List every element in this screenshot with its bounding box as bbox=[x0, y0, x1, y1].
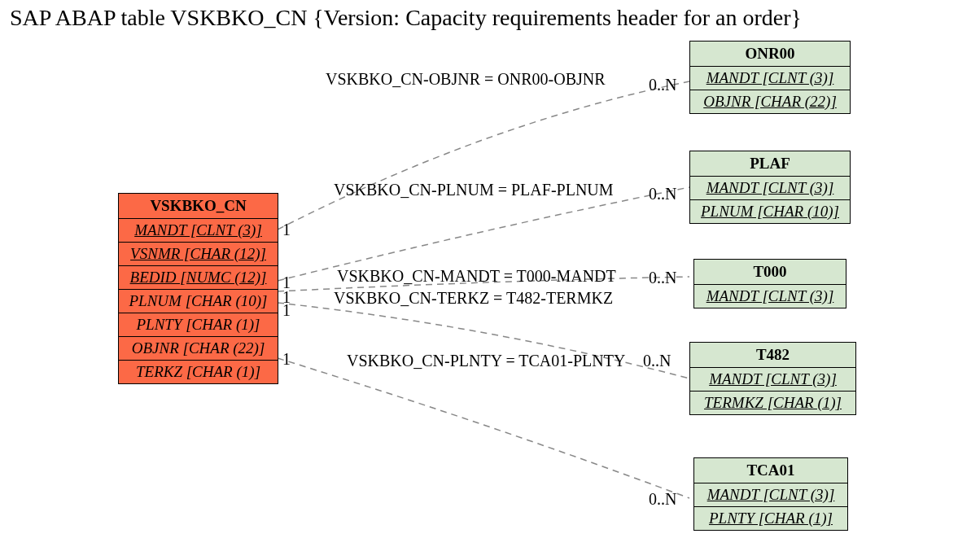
cardinality-left: 1 bbox=[282, 221, 291, 239]
field-label: MANDT [CLNT (3)] bbox=[706, 69, 834, 86]
field-row: MANDT [CLNT (3)] bbox=[690, 368, 855, 392]
entity-header: TCA01 bbox=[694, 458, 847, 483]
field-label: BEDID [NUMC (12)] bbox=[130, 269, 267, 286]
entity-onr00: ONR00 MANDT [CLNT (3)] OBJNR [CHAR (22)] bbox=[689, 41, 851, 114]
field-label: PLNTY [CHAR (1)] bbox=[709, 510, 833, 527]
field-label: PLNTY [CHAR (1)] bbox=[136, 316, 260, 333]
cardinality-left: 1 bbox=[282, 350, 291, 369]
diagram-title: SAP ABAP table VSKBKO_CN {Version: Capac… bbox=[0, 5, 958, 31]
field-row: BEDID [NUMC (12)] bbox=[119, 266, 278, 290]
field-row: MANDT [CLNT (3)] bbox=[690, 67, 850, 90]
field-row: PLNUM [CHAR (10)] bbox=[690, 200, 850, 223]
field-label: TERKZ [CHAR (1)] bbox=[136, 363, 260, 380]
cardinality-left: 1 bbox=[282, 301, 291, 320]
entity-header: PLAF bbox=[690, 151, 850, 177]
entity-header: VSKBKO_CN bbox=[119, 194, 278, 219]
link-label: VSKBKO_CN-OBJNR = ONR00-OBJNR bbox=[326, 70, 606, 89]
cardinality-right: 0..N bbox=[643, 352, 671, 370]
cardinality-right: 0..N bbox=[649, 76, 676, 94]
field-label: MANDT [CLNT (3)] bbox=[709, 370, 837, 387]
entity-plaf: PLAF MANDT [CLNT (3)] PLNUM [CHAR (10)] bbox=[689, 151, 851, 224]
field-row: TERKZ [CHAR (1)] bbox=[119, 361, 278, 383]
field-row: MANDT [CLNT (3)] bbox=[694, 285, 846, 308]
cardinality-right: 0..N bbox=[649, 269, 676, 287]
field-label: MANDT [CLNT (3)] bbox=[134, 221, 262, 238]
link-label: VSKBKO_CN-PLNUM = PLAF-PLNUM bbox=[334, 181, 614, 199]
field-label: TERMKZ [CHAR (1)] bbox=[704, 394, 842, 411]
cardinality-right: 0..N bbox=[649, 185, 676, 203]
entity-vskbko-cn: VSKBKO_CN MANDT [CLNT (3)] VSNMR [CHAR (… bbox=[118, 193, 278, 384]
field-row: PLNUM [CHAR (10)] bbox=[119, 290, 278, 313]
field-row: PLNTY [CHAR (1)] bbox=[694, 507, 847, 530]
entity-t482: T482 MANDT [CLNT (3)] TERMKZ [CHAR (1)] bbox=[689, 342, 856, 415]
field-label: OBJNR [CHAR (22)] bbox=[132, 339, 265, 357]
field-row: VSNMR [CHAR (12)] bbox=[119, 243, 278, 266]
field-row: MANDT [CLNT (3)] bbox=[694, 483, 847, 507]
entity-header: T000 bbox=[694, 260, 846, 285]
field-row: OBJNR [CHAR (22)] bbox=[690, 90, 850, 113]
field-row: OBJNR [CHAR (22)] bbox=[119, 337, 278, 361]
field-row: TERMKZ [CHAR (1)] bbox=[690, 392, 855, 414]
field-row: MANDT [CLNT (3)] bbox=[690, 177, 850, 200]
field-label: PLNUM [CHAR (10)] bbox=[129, 292, 268, 309]
field-label: MANDT [CLNT (3)] bbox=[706, 179, 834, 196]
field-label: MANDT [CLNT (3)] bbox=[706, 287, 834, 304]
entity-tca01: TCA01 MANDT [CLNT (3)] PLNTY [CHAR (1)] bbox=[693, 457, 848, 531]
entity-t000: T000 MANDT [CLNT (3)] bbox=[693, 259, 846, 308]
field-label: VSNMR [CHAR (12)] bbox=[130, 245, 266, 262]
entity-header: T482 bbox=[690, 343, 855, 368]
link-label: VSKBKO_CN-PLNTY = TCA01-PLNTY bbox=[347, 352, 625, 370]
field-label: OBJNR [CHAR (22)] bbox=[703, 93, 837, 110]
cardinality-right: 0..N bbox=[649, 490, 676, 509]
entity-header: ONR00 bbox=[690, 42, 850, 67]
field-label: PLNUM [CHAR (10)] bbox=[701, 203, 839, 220]
link-label: VSKBKO_CN-MANDT = T000-MANDT bbox=[337, 267, 616, 286]
field-row: MANDT [CLNT (3)] bbox=[119, 219, 278, 243]
link-label: VSKBKO_CN-TERKZ = T482-TERMKZ bbox=[334, 289, 613, 308]
field-label: MANDT [CLNT (3)] bbox=[707, 486, 835, 503]
field-row: PLNTY [CHAR (1)] bbox=[119, 313, 278, 337]
